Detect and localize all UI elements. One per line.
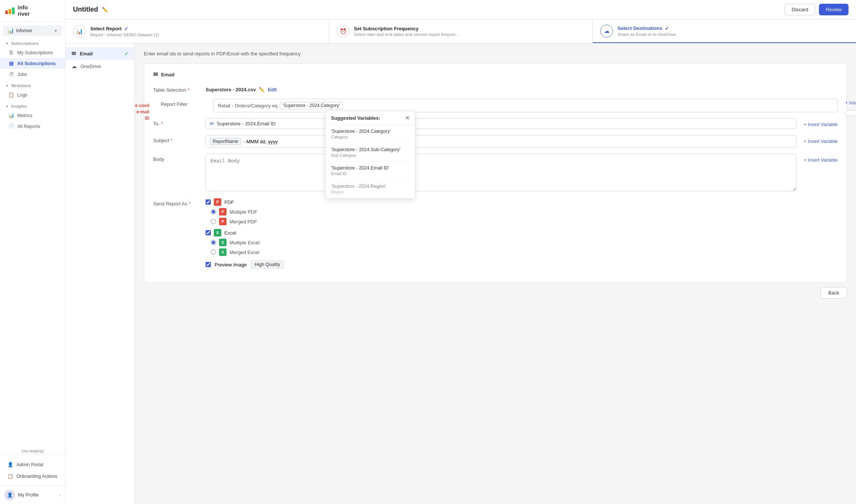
- sv-item-type-3: Region: [331, 190, 410, 194]
- preview-image-checkbox[interactable]: [206, 262, 211, 267]
- body-textarea[interactable]: [206, 154, 796, 191]
- step-select-report-text: Select Report ✓ Report : Inforiver DEMO …: [90, 26, 159, 37]
- sidebar-item-label: My Subscriptions: [17, 50, 53, 55]
- sidebar-item-all-reports[interactable]: 📄 All Reports: [0, 121, 65, 132]
- subject-row: Subject * ReportName - MMM dd, yyyy + In…: [153, 135, 838, 148]
- sidebar-item-label: Logs: [17, 92, 27, 98]
- sidebar: inforiver 📊 Inforiver ▼ ▼ Subscriptions …: [0, 0, 66, 504]
- insert-variable-input[interactable]: [845, 110, 856, 116]
- chevron-down-icon: ▼: [5, 84, 9, 88]
- my-subscriptions-icon: ☰: [8, 50, 14, 55]
- pdf-label: PDF: [224, 199, 234, 205]
- step-frequency-title: Set Subscription Frequency: [354, 26, 459, 31]
- sidebar-item-logs[interactable]: 📋 Logs: [0, 89, 65, 100]
- insert-variable-filter-button[interactable]: + Insert Variable: [845, 99, 856, 107]
- multiple-excel-radio[interactable]: [211, 240, 216, 245]
- page-title-area: Untitled ✏️: [73, 6, 108, 13]
- insert-variable-area: + Insert Variable: [845, 99, 856, 116]
- step-select-report[interactable]: 📊 Select Report ✓ Report : Inforiver DEM…: [66, 19, 329, 43]
- edit-title-icon[interactable]: ✏️: [102, 7, 108, 13]
- report-icon: 📊: [76, 28, 83, 35]
- logs-icon: 📋: [8, 92, 14, 98]
- table-selection-label: Table Selection *: [153, 85, 198, 93]
- all-subscriptions-icon: ▤: [8, 61, 14, 66]
- to-row: To. * ✉ Superstore - 2024.Email ID + Ins…: [153, 118, 838, 129]
- edit-table-link[interactable]: Edit: [268, 87, 277, 92]
- step-destinations-subtitle: Share as Email or to OneDrive.: [617, 32, 677, 37]
- filter-input[interactable]: Retail - Orders/Category eq 'Superstore …: [213, 99, 838, 112]
- pdf-checkbox[interactable]: [206, 199, 211, 205]
- env-label: (ow-staging): [0, 447, 65, 455]
- sidebar-item-metrics[interactable]: 📊 Metrics: [0, 110, 65, 121]
- workspace-label: Inforiver: [16, 28, 32, 33]
- my-profile-button[interactable]: 👤 My Profile ›: [0, 486, 65, 504]
- logo-area: inforiver: [0, 0, 65, 22]
- multiple-excel-row: X Multiple Excel: [206, 239, 838, 246]
- step-select-report-title: Select Report ✓: [90, 26, 159, 32]
- multiple-pdf-icon: P: [219, 208, 227, 216]
- profile-chevron-icon: ›: [59, 493, 61, 497]
- to-input[interactable]: ✉ Superstore - 2024.Email ID: [206, 118, 796, 129]
- step-select-report-icon: 📊: [73, 25, 86, 38]
- insights-group[interactable]: ▼ Insights: [0, 100, 65, 110]
- sv-item-3[interactable]: 'Superstors - 2024.Region' Region: [326, 180, 415, 198]
- email-header-icon: ✉: [153, 71, 158, 78]
- chevron-down-icon: ▼: [5, 104, 9, 109]
- insert-variable-subject-button[interactable]: + Insert Variable: [804, 137, 838, 146]
- to-control: ✉ Superstore - 2024.Email ID: [206, 118, 796, 129]
- filter-plain-text: Retail - Orders/Category eq: [218, 103, 277, 109]
- sidebar-item-label: Jobs: [17, 72, 27, 77]
- to-email-value: Superstore - 2024.Email ID: [217, 121, 276, 126]
- back-button[interactable]: Back: [820, 287, 847, 299]
- quality-badge: High Quality: [251, 260, 284, 269]
- email-check-icon: ✓: [124, 51, 128, 56]
- subscriptions-group[interactable]: ▼ Subscriptions: [0, 37, 65, 47]
- excel-checkbox-row: X Excel: [206, 229, 838, 236]
- sidebar-item-jobs[interactable]: ⏱ Jobs: [0, 69, 65, 80]
- onboarding-actions-button[interactable]: 📋 Onboarding Actions: [4, 470, 61, 482]
- sv-item-0[interactable]: 'Superstore - 2024.Category' Category: [326, 125, 415, 143]
- sidebar-bottom: 👤 Admin Portal 📋 Onboarding Actions: [0, 455, 65, 486]
- sv-item-2[interactable]: 'Superstore - 2024.Email ID' Email ID: [326, 162, 415, 180]
- admin-portal-button[interactable]: 👤 Admin Portal: [4, 459, 61, 470]
- merged-pdf-label: Merged PDF: [230, 219, 257, 224]
- review-button[interactable]: Review: [819, 4, 849, 15]
- form-description: Enter email ids to send reports in PDF/E…: [144, 51, 847, 56]
- channel-email[interactable]: ✉ Email ✓: [66, 47, 134, 60]
- writeback-group[interactable]: ▼ Writeback: [0, 80, 65, 89]
- top-header: Untitled ✏️ Discard Review: [66, 0, 856, 19]
- send-as-label: Send Report As *: [153, 198, 198, 207]
- subject-input[interactable]: ReportName - MMM dd, yyyy: [206, 135, 796, 148]
- sv-item-1[interactable]: 'Superstore - 2024.Sub-Category' Sub-Cat…: [326, 143, 415, 162]
- step-set-frequency[interactable]: ⏰ Set Subscription Frequency Select star…: [329, 19, 593, 43]
- page-title: Untitled: [73, 6, 98, 13]
- sv-item-name-0: 'Superstore - 2024.Category': [331, 129, 410, 134]
- insert-variable-body-button[interactable]: + Insert Variable: [804, 156, 838, 164]
- table-selection-value: Superstore - 2024.csv ✏️ Edit: [206, 85, 838, 92]
- subject-suffix: - MMM dd, yyyy: [243, 139, 278, 144]
- merged-excel-label: Merged Excel: [230, 250, 259, 255]
- step-select-destinations[interactable]: ☁ Select Destinations ✓ Share as Email o…: [593, 19, 856, 43]
- workspace-selector[interactable]: 📊 Inforiver ▼: [3, 25, 62, 36]
- multiple-pdf-row: P Multiple PDF: [206, 208, 838, 216]
- merged-excel-row: X Merged Excel: [206, 248, 838, 256]
- sv-close-button[interactable]: ✕: [405, 115, 410, 121]
- sidebar-item-all-subscriptions[interactable]: ▤ All Subscriptions: [0, 58, 65, 69]
- annotation-text: Dimension category to be used to extract…: [135, 103, 149, 121]
- merged-excel-radio[interactable]: [211, 250, 216, 255]
- sidebar-item-my-subscriptions[interactable]: ☰ My Subscriptions: [0, 47, 65, 58]
- email-section-title: Email: [161, 72, 174, 77]
- channel-onedrive[interactable]: ☁ OneDrive: [66, 60, 134, 73]
- sv-item-name-1: 'Superstore - 2024.Sub-Category': [331, 147, 410, 152]
- multiple-pdf-radio[interactable]: [211, 209, 216, 214]
- suggested-vars-dropdown: Suggested Variables: ✕ 'Superstore - 202…: [325, 111, 415, 199]
- discard-button[interactable]: Discard: [784, 4, 815, 15]
- excel-checkbox[interactable]: [206, 230, 211, 235]
- channel-email-label: Email: [80, 51, 93, 56]
- insert-variable-to-button[interactable]: + Insert Variable: [804, 120, 838, 129]
- avatar: 👤: [4, 490, 15, 500]
- sv-title: Suggested Variables:: [331, 115, 380, 121]
- merged-excel-icon: X: [219, 248, 227, 256]
- merged-pdf-radio[interactable]: [211, 219, 216, 224]
- admin-portal-label: Admin Portal: [16, 462, 43, 467]
